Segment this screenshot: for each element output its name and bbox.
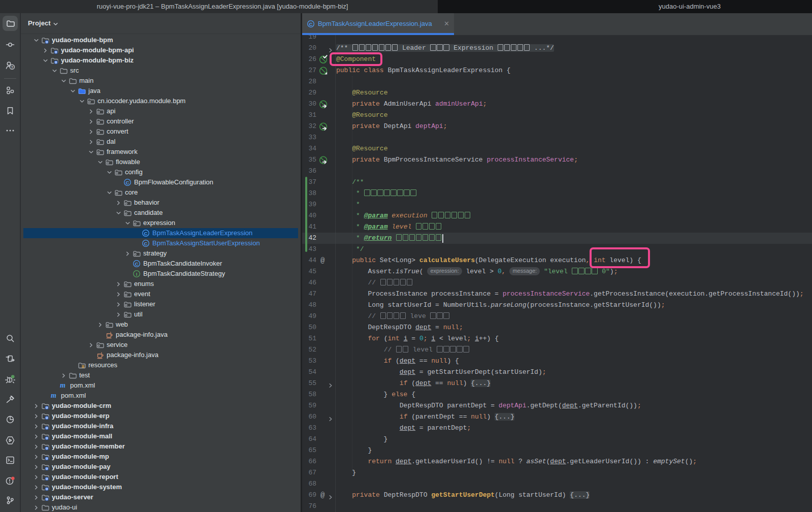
svg-text:C: C — [309, 21, 313, 27]
svg-text:C: C — [144, 241, 148, 246]
svg-text:C: C — [144, 231, 148, 236]
svg-text:I: I — [136, 271, 138, 277]
svg-text:C: C — [135, 261, 139, 267]
svg-text:C: C — [126, 180, 129, 185]
svg-text:?: ? — [11, 65, 14, 70]
